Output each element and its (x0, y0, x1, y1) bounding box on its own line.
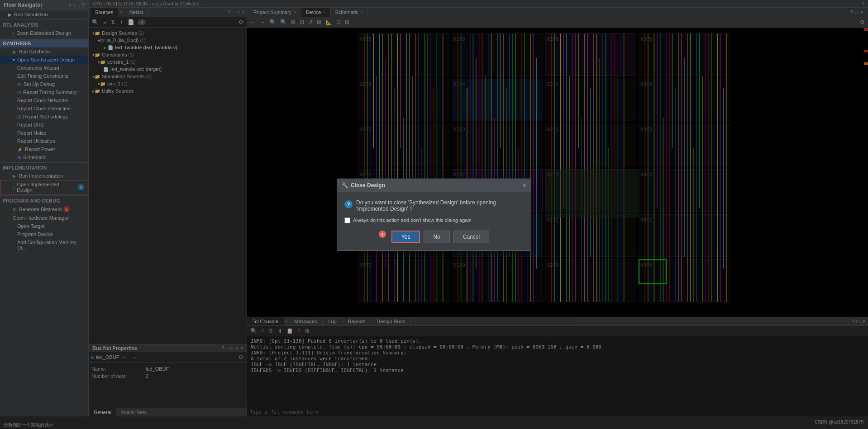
dialog-buttons: 3 Yes No Cancel (344, 231, 524, 243)
dialog-checkbox[interactable] (344, 217, 350, 223)
dialog-title-bar: 🔧 Close Design × (337, 179, 531, 192)
bottom-text: 分析知的一个实现的设计 (4, 422, 53, 428)
watermark: CSDN @qq1820731879 (815, 420, 863, 424)
dialog-overlay: 🔧 Close Design × ? Do you want to close … (0, 0, 868, 429)
dialog-message: ? Do you want to close 'Synthesized Desi… (344, 199, 524, 212)
dialog-no-button[interactable]: No (424, 231, 449, 243)
step-number: 3 (379, 231, 386, 238)
dialog-checkbox-row: Always do this action and don't show thi… (344, 217, 524, 223)
dialog-question-icon: ? (344, 200, 353, 208)
dialog-body: ? Do you want to close 'Synthesized Desi… (337, 192, 531, 250)
dialog-close-button[interactable]: × (523, 182, 526, 189)
dialog-title-icon: 🔧 (342, 182, 348, 189)
dialog-box: 🔧 Close Design × ? Do you want to close … (337, 179, 531, 251)
dialog-cancel-button[interactable]: Cancel (453, 231, 489, 243)
dialog-checkbox-label: Always do this action and don't show thi… (353, 217, 472, 223)
dialog-title: 🔧 Close Design (342, 182, 385, 189)
dialog-yes-button[interactable]: Yes (391, 231, 420, 243)
